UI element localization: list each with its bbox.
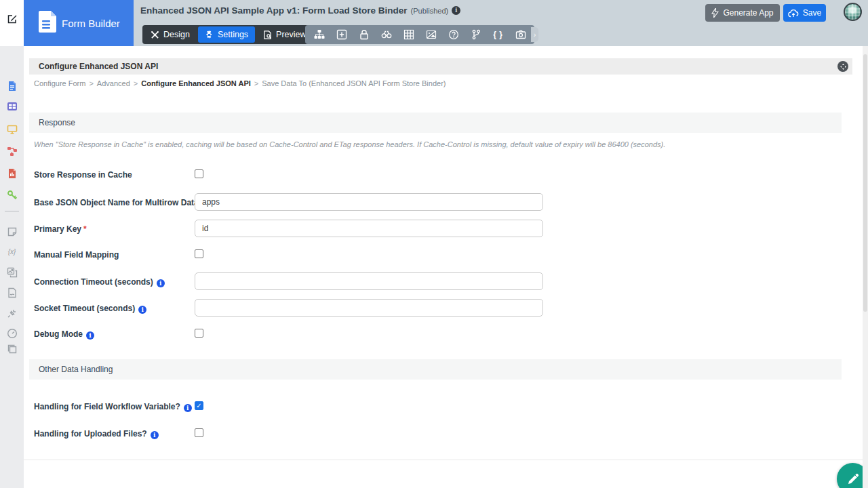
- builder-icon-toolbar: { }: [305, 25, 534, 44]
- section-header-other-data-handling: Other Data Handling: [29, 359, 842, 380]
- form-embed-icon[interactable]: [336, 29, 347, 41]
- field-label-manual-field-mapping: Manual Field Mapping: [34, 250, 119, 260]
- left-sidebar: {x}: [0, 0, 24, 488]
- info-icon[interactable]: i: [86, 331, 94, 340]
- app-header: Form Builder Enhanced JSON API Sample Ap…: [24, 0, 868, 46]
- field-label-handling-for-field-workflow-variable: Handling for Field Workflow Variable?i: [34, 402, 192, 412]
- lock-icon[interactable]: [358, 29, 370, 41]
- main-content: Configure Enhanced JSON API Configure Fo…: [24, 46, 868, 488]
- info-icon[interactable]: i: [452, 6, 460, 15]
- binoculars-icon[interactable]: [380, 29, 392, 41]
- field-label-base-json-object-name-for-multirow-data: Base JSON Object Name for Multirow Data: [34, 198, 199, 207]
- key-icon[interactable]: [6, 189, 18, 201]
- sitemap-icon[interactable]: [313, 29, 325, 41]
- builder-tabs: Design Settings Preview: [142, 25, 315, 44]
- note-icon[interactable]: [6, 226, 18, 237]
- toolbar-overflow-chevron[interactable]: ›: [531, 27, 538, 42]
- generate-app-button[interactable]: Generate App: [705, 4, 780, 22]
- camera-icon[interactable]: [515, 29, 526, 41]
- tab-design[interactable]: Design: [144, 26, 197, 43]
- info-icon[interactable]: i: [184, 404, 192, 412]
- gauge-icon[interactable]: [6, 327, 18, 339]
- info-icon[interactable]: i: [151, 431, 159, 439]
- form-canvas: ResponseWhen "Store Response in Cache" i…: [24, 46, 868, 488]
- process-flow-icon[interactable]: [6, 145, 18, 157]
- section-title: Response: [39, 118, 75, 127]
- preview-doc-icon: [263, 30, 272, 39]
- published-badge: (Published): [411, 7, 449, 15]
- help-icon[interactable]: [448, 29, 459, 41]
- sidebar-top-block: [0, 0, 24, 46]
- design-tools-icon: [151, 30, 159, 39]
- table-grid-icon[interactable]: [403, 29, 414, 41]
- input-primary-key[interactable]: [195, 220, 543, 237]
- form-builder-logo[interactable]: Form Builder: [24, 0, 134, 46]
- field-label-debug-mode: Debug Modei: [34, 329, 94, 340]
- pencil-icon: [846, 472, 860, 486]
- variable-icon[interactable]: {x}: [6, 246, 18, 258]
- field-label-store-response-in-cache: Store Response in Cache: [34, 170, 132, 180]
- field-label-connection-timeout-seconds: Connection Timeout (seconds)i: [34, 277, 165, 287]
- tab-settings[interactable]: Settings: [198, 26, 255, 43]
- code-branch-icon[interactable]: [470, 29, 481, 41]
- page-scrollbar-thumb[interactable]: [863, 54, 867, 312]
- sidebar-divider: [5, 211, 19, 211]
- signature-doc-icon[interactable]: [6, 287, 18, 298]
- section-note: When "Store Response in Cache" is enable…: [34, 140, 665, 148]
- userview-monitor-icon[interactable]: [6, 123, 18, 135]
- checkbox-debug-mode[interactable]: [195, 329, 203, 338]
- export-box-icon[interactable]: [6, 343, 18, 354]
- gear-icon: [205, 30, 214, 39]
- cloud-upload-icon: [788, 9, 799, 18]
- form-doc-icon[interactable]: [6, 80, 18, 92]
- checkbox-store-response-in-cache[interactable]: [195, 169, 203, 178]
- app-title-text: Enhanced JSON API Sample App v1: Form Lo…: [140, 5, 408, 16]
- edit-compose-icon[interactable]: [6, 13, 18, 24]
- section-header-response: Response: [29, 113, 842, 133]
- input-base-json-object-name-for-multirow-data[interactable]: [195, 193, 543, 211]
- input-connection-timeout-seconds[interactable]: [195, 272, 543, 290]
- field-label-socket-timeout-seconds: Socket Timeout (seconds)i: [34, 304, 146, 314]
- app-title: Enhanced JSON API Sample App v1: Form Lo…: [140, 5, 460, 16]
- bottom-divider: [24, 460, 863, 460]
- braces-icon[interactable]: { }: [492, 29, 504, 41]
- plug-icon[interactable]: [6, 307, 18, 319]
- checkbox-handling-for-field-workflow-variable[interactable]: ✓: [195, 401, 203, 410]
- checkbox-handling-for-uploaded-files[interactable]: [195, 428, 203, 437]
- section-title: Other Data Handling: [39, 365, 113, 374]
- images-icon[interactable]: [6, 266, 18, 278]
- info-icon[interactable]: i: [157, 279, 165, 287]
- required-asterisk: *: [83, 224, 87, 234]
- logo-label: Form Builder: [62, 18, 120, 29]
- field-label-handling-for-uploaded-files: Handling for Uploaded Files?i: [34, 429, 159, 439]
- lightning-icon: [711, 8, 719, 18]
- save-button[interactable]: Save: [783, 4, 826, 22]
- document-icon: [39, 11, 56, 35]
- image-diagonal-icon[interactable]: [425, 29, 437, 41]
- user-avatar[interactable]: [844, 3, 862, 21]
- checkbox-manual-field-mapping[interactable]: [195, 249, 203, 258]
- field-label-primary-key: Primary Key*: [34, 224, 87, 234]
- report-doc-icon[interactable]: [6, 167, 18, 179]
- datalist-grid-icon[interactable]: [6, 100, 18, 112]
- input-socket-timeout-seconds[interactable]: [195, 299, 543, 317]
- info-icon[interactable]: i: [138, 306, 146, 314]
